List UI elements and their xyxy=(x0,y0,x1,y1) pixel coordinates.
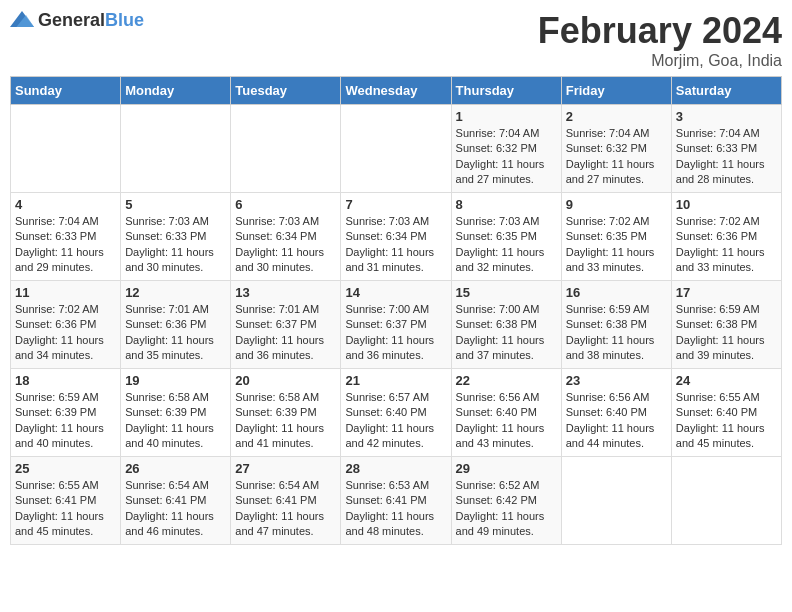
week-row-3: 11Sunrise: 7:02 AMSunset: 6:36 PMDayligh… xyxy=(11,281,782,369)
day-cell: 2Sunrise: 7:04 AMSunset: 6:32 PMDaylight… xyxy=(561,105,671,193)
day-cell: 14Sunrise: 7:00 AMSunset: 6:37 PMDayligh… xyxy=(341,281,451,369)
day-info: Sunrise: 7:03 AMSunset: 6:34 PMDaylight:… xyxy=(235,214,336,276)
day-number: 17 xyxy=(676,285,777,300)
day-info: Sunrise: 6:59 AMSunset: 6:38 PMDaylight:… xyxy=(566,302,667,364)
day-number: 23 xyxy=(566,373,667,388)
day-cell: 6Sunrise: 7:03 AMSunset: 6:34 PMDaylight… xyxy=(231,193,341,281)
week-row-5: 25Sunrise: 6:55 AMSunset: 6:41 PMDayligh… xyxy=(11,457,782,545)
day-info: Sunrise: 7:02 AMSunset: 6:35 PMDaylight:… xyxy=(566,214,667,276)
day-info: Sunrise: 6:56 AMSunset: 6:40 PMDaylight:… xyxy=(456,390,557,452)
day-info: Sunrise: 6:52 AMSunset: 6:42 PMDaylight:… xyxy=(456,478,557,540)
day-info: Sunrise: 7:03 AMSunset: 6:33 PMDaylight:… xyxy=(125,214,226,276)
logo-blue: Blue xyxy=(105,10,144,30)
day-number: 8 xyxy=(456,197,557,212)
day-number: 12 xyxy=(125,285,226,300)
day-header-friday: Friday xyxy=(561,77,671,105)
day-cell: 10Sunrise: 7:02 AMSunset: 6:36 PMDayligh… xyxy=(671,193,781,281)
day-number: 20 xyxy=(235,373,336,388)
day-cell: 3Sunrise: 7:04 AMSunset: 6:33 PMDaylight… xyxy=(671,105,781,193)
day-info: Sunrise: 6:59 AMSunset: 6:38 PMDaylight:… xyxy=(676,302,777,364)
day-info: Sunrise: 7:04 AMSunset: 6:33 PMDaylight:… xyxy=(15,214,116,276)
day-cell: 8Sunrise: 7:03 AMSunset: 6:35 PMDaylight… xyxy=(451,193,561,281)
day-cell: 17Sunrise: 6:59 AMSunset: 6:38 PMDayligh… xyxy=(671,281,781,369)
day-number: 29 xyxy=(456,461,557,476)
day-info: Sunrise: 7:01 AMSunset: 6:37 PMDaylight:… xyxy=(235,302,336,364)
day-info: Sunrise: 6:55 AMSunset: 6:40 PMDaylight:… xyxy=(676,390,777,452)
day-cell: 18Sunrise: 6:59 AMSunset: 6:39 PMDayligh… xyxy=(11,369,121,457)
day-cell xyxy=(561,457,671,545)
day-cell: 7Sunrise: 7:03 AMSunset: 6:34 PMDaylight… xyxy=(341,193,451,281)
day-cell: 26Sunrise: 6:54 AMSunset: 6:41 PMDayligh… xyxy=(121,457,231,545)
day-cell xyxy=(121,105,231,193)
day-number: 9 xyxy=(566,197,667,212)
day-cell: 16Sunrise: 6:59 AMSunset: 6:38 PMDayligh… xyxy=(561,281,671,369)
day-cell xyxy=(671,457,781,545)
day-info: Sunrise: 7:01 AMSunset: 6:36 PMDaylight:… xyxy=(125,302,226,364)
day-number: 3 xyxy=(676,109,777,124)
day-cell: 9Sunrise: 7:02 AMSunset: 6:35 PMDaylight… xyxy=(561,193,671,281)
day-info: Sunrise: 7:04 AMSunset: 6:32 PMDaylight:… xyxy=(456,126,557,188)
day-cell: 24Sunrise: 6:55 AMSunset: 6:40 PMDayligh… xyxy=(671,369,781,457)
day-number: 2 xyxy=(566,109,667,124)
day-info: Sunrise: 6:57 AMSunset: 6:40 PMDaylight:… xyxy=(345,390,446,452)
day-header-tuesday: Tuesday xyxy=(231,77,341,105)
day-number: 28 xyxy=(345,461,446,476)
day-cell: 20Sunrise: 6:58 AMSunset: 6:39 PMDayligh… xyxy=(231,369,341,457)
day-cell: 29Sunrise: 6:52 AMSunset: 6:42 PMDayligh… xyxy=(451,457,561,545)
day-cell xyxy=(231,105,341,193)
day-info: Sunrise: 7:00 AMSunset: 6:37 PMDaylight:… xyxy=(345,302,446,364)
day-info: Sunrise: 7:03 AMSunset: 6:34 PMDaylight:… xyxy=(345,214,446,276)
day-number: 14 xyxy=(345,285,446,300)
month-title: February 2024 xyxy=(538,10,782,52)
day-cell: 1Sunrise: 7:04 AMSunset: 6:32 PMDaylight… xyxy=(451,105,561,193)
day-number: 7 xyxy=(345,197,446,212)
day-cell: 28Sunrise: 6:53 AMSunset: 6:41 PMDayligh… xyxy=(341,457,451,545)
day-info: Sunrise: 6:54 AMSunset: 6:41 PMDaylight:… xyxy=(235,478,336,540)
day-header-thursday: Thursday xyxy=(451,77,561,105)
calendar-table: SundayMondayTuesdayWednesdayThursdayFrid… xyxy=(10,76,782,545)
day-cell: 23Sunrise: 6:56 AMSunset: 6:40 PMDayligh… xyxy=(561,369,671,457)
day-number: 1 xyxy=(456,109,557,124)
day-header-wednesday: Wednesday xyxy=(341,77,451,105)
day-header-saturday: Saturday xyxy=(671,77,781,105)
day-number: 26 xyxy=(125,461,226,476)
day-info: Sunrise: 6:55 AMSunset: 6:41 PMDaylight:… xyxy=(15,478,116,540)
day-cell xyxy=(341,105,451,193)
day-cell xyxy=(11,105,121,193)
day-number: 5 xyxy=(125,197,226,212)
day-info: Sunrise: 6:56 AMSunset: 6:40 PMDaylight:… xyxy=(566,390,667,452)
day-header-sunday: Sunday xyxy=(11,77,121,105)
day-info: Sunrise: 6:54 AMSunset: 6:41 PMDaylight:… xyxy=(125,478,226,540)
day-cell: 4Sunrise: 7:04 AMSunset: 6:33 PMDaylight… xyxy=(11,193,121,281)
day-number: 24 xyxy=(676,373,777,388)
day-number: 6 xyxy=(235,197,336,212)
day-info: Sunrise: 6:59 AMSunset: 6:39 PMDaylight:… xyxy=(15,390,116,452)
logo-icon xyxy=(10,11,34,31)
day-number: 4 xyxy=(15,197,116,212)
day-number: 13 xyxy=(235,285,336,300)
day-info: Sunrise: 6:58 AMSunset: 6:39 PMDaylight:… xyxy=(125,390,226,452)
day-info: Sunrise: 7:02 AMSunset: 6:36 PMDaylight:… xyxy=(676,214,777,276)
title-area: February 2024 Morjim, Goa, India xyxy=(538,10,782,70)
day-number: 27 xyxy=(235,461,336,476)
day-info: Sunrise: 7:02 AMSunset: 6:36 PMDaylight:… xyxy=(15,302,116,364)
day-info: Sunrise: 6:53 AMSunset: 6:41 PMDaylight:… xyxy=(345,478,446,540)
day-cell: 5Sunrise: 7:03 AMSunset: 6:33 PMDaylight… xyxy=(121,193,231,281)
day-cell: 11Sunrise: 7:02 AMSunset: 6:36 PMDayligh… xyxy=(11,281,121,369)
logo: GeneralBlue xyxy=(10,10,144,31)
day-info: Sunrise: 7:04 AMSunset: 6:33 PMDaylight:… xyxy=(676,126,777,188)
day-number: 21 xyxy=(345,373,446,388)
location-title: Morjim, Goa, India xyxy=(538,52,782,70)
days-header-row: SundayMondayTuesdayWednesdayThursdayFrid… xyxy=(11,77,782,105)
day-cell: 13Sunrise: 7:01 AMSunset: 6:37 PMDayligh… xyxy=(231,281,341,369)
week-row-4: 18Sunrise: 6:59 AMSunset: 6:39 PMDayligh… xyxy=(11,369,782,457)
week-row-1: 1Sunrise: 7:04 AMSunset: 6:32 PMDaylight… xyxy=(11,105,782,193)
day-cell: 21Sunrise: 6:57 AMSunset: 6:40 PMDayligh… xyxy=(341,369,451,457)
day-cell: 12Sunrise: 7:01 AMSunset: 6:36 PMDayligh… xyxy=(121,281,231,369)
day-number: 16 xyxy=(566,285,667,300)
day-header-monday: Monday xyxy=(121,77,231,105)
day-cell: 25Sunrise: 6:55 AMSunset: 6:41 PMDayligh… xyxy=(11,457,121,545)
day-number: 15 xyxy=(456,285,557,300)
day-cell: 19Sunrise: 6:58 AMSunset: 6:39 PMDayligh… xyxy=(121,369,231,457)
day-number: 10 xyxy=(676,197,777,212)
